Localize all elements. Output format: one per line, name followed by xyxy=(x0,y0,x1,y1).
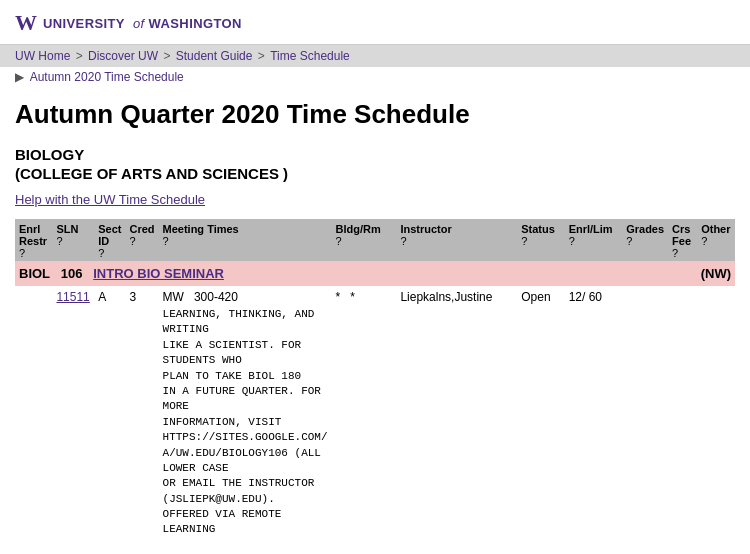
university-label: UNIVERSITY xyxy=(43,16,125,31)
bldg1: * xyxy=(336,290,341,304)
cell-sect: A xyxy=(94,286,125,542)
of-label: of xyxy=(133,16,145,31)
course-description: LEARNING, THINKING, AND WRITING LIKE A S… xyxy=(163,307,328,538)
cell-enrllim: 12/ 60 xyxy=(565,286,623,542)
course-title-link[interactable]: INTRO BIO SEMINAR xyxy=(93,266,224,281)
meeting-days: MW xyxy=(163,290,184,304)
schedule-table: EnrlRestr ? SLN ? SectID ? Cred ? Meetin… xyxy=(15,219,735,542)
th-sect-id: SectID ? xyxy=(94,219,125,261)
nav-discover-uw[interactable]: Discover UW xyxy=(88,49,158,63)
nav-bar: UW Home > Discover UW > Student Guide > … xyxy=(0,45,750,67)
th-crsfee-q[interactable]: ? xyxy=(672,247,693,259)
cell-instructor: Liepkalns,Justine xyxy=(396,286,517,542)
th-crsfee-link[interactable]: CrsFee xyxy=(672,223,693,247)
th-sln-link[interactable]: SLN xyxy=(56,223,90,235)
sln-link[interactable]: 11511 xyxy=(56,290,89,304)
course-dept: BIOL xyxy=(19,266,50,281)
cell-sln: 11511 xyxy=(52,286,94,542)
cell-meeting: MW 300-420 LEARNING, THINKING, AND WRITI… xyxy=(159,286,332,542)
page-title: Autumn Quarter 2020 Time Schedule xyxy=(15,99,735,130)
nav-sep-1: > xyxy=(76,49,86,63)
th-enrl-q[interactable]: ? xyxy=(19,247,48,259)
th-enrllim-link[interactable]: Enrl/Lim xyxy=(569,223,619,235)
th-enrllim-q[interactable]: ? xyxy=(569,235,619,247)
th-other-link[interactable]: Other xyxy=(701,223,731,235)
dept-college: (COLLEGE OF ARTS AND SCIENCES ) xyxy=(15,165,735,182)
nav-time-schedule[interactable]: Time Schedule xyxy=(270,49,350,63)
cell-crsfee xyxy=(668,286,697,542)
th-cred: Cred ? xyxy=(125,219,158,261)
course-header-cell: BIOL 106 INTRO BIO SEMINAR (NW) xyxy=(15,261,735,286)
th-other-q[interactable]: ? xyxy=(701,235,731,247)
course-designation: (NW) xyxy=(701,266,731,281)
th-other: Other ? xyxy=(697,219,735,261)
enrl-count: 12/ xyxy=(569,290,586,304)
cell-bldgrm: * * xyxy=(332,286,397,542)
th-meeting-q[interactable]: ? xyxy=(163,235,328,247)
th-sln: SLN ? xyxy=(52,219,94,261)
th-grades-q[interactable]: ? xyxy=(626,235,664,247)
main-content: Autumn Quarter 2020 Time Schedule BIOLOG… xyxy=(0,89,750,554)
th-crsfee: CrsFee ? xyxy=(668,219,697,261)
nav-sep-2: > xyxy=(163,49,173,63)
dept-name: BIOLOGY xyxy=(15,146,735,163)
th-cred-link[interactable]: Cred xyxy=(129,223,154,235)
breadcrumb-sub: ▶ Autumn 2020 Time Schedule xyxy=(0,67,750,89)
th-enrllim: Enrl/Lim ? xyxy=(565,219,623,261)
th-meeting: Meeting Times ? xyxy=(159,219,332,261)
breadcrumb-arrow: ▶ xyxy=(15,70,24,84)
enrl-lim: 60 xyxy=(589,290,602,304)
meeting-times: 300-420 xyxy=(194,290,238,304)
th-bldgrm: Bldg/Rm ? xyxy=(332,219,397,261)
th-sln-q[interactable]: ? xyxy=(56,235,90,247)
th-enrl: EnrlRestr ? xyxy=(15,219,52,261)
th-grades-link[interactable]: Grades xyxy=(626,223,664,235)
cell-cred: 3 xyxy=(125,286,158,542)
nav-sep-3: > xyxy=(258,49,268,63)
th-cred-q[interactable]: ? xyxy=(129,235,154,247)
breadcrumb-link[interactable]: Autumn 2020 Time Schedule xyxy=(30,70,184,84)
cell-status: Open xyxy=(517,286,564,542)
th-instructor-link[interactable]: Instructor xyxy=(400,223,513,235)
washington-label: WASHINGTON xyxy=(149,16,242,31)
bldg2: * xyxy=(350,290,355,304)
th-instructor-q[interactable]: ? xyxy=(400,235,513,247)
th-status-q[interactable]: ? xyxy=(521,235,560,247)
course-header-row: BIOL 106 INTRO BIO SEMINAR (NW) xyxy=(15,261,735,286)
nav-student-guide[interactable]: Student Guide xyxy=(176,49,253,63)
course-number: 106 xyxy=(61,266,83,281)
uw-logo-w: W xyxy=(15,10,37,36)
cell-enrl xyxy=(15,286,52,542)
th-sectid-link[interactable]: SectID xyxy=(98,223,121,247)
th-instructor: Instructor ? xyxy=(396,219,517,261)
th-bldgrm-q[interactable]: ? xyxy=(336,235,393,247)
nav-uw-home[interactable]: UW Home xyxy=(15,49,70,63)
th-bldgrm-link[interactable]: Bldg/Rm xyxy=(336,223,393,235)
uw-header: W UNIVERSITY of WASHINGTON xyxy=(0,0,750,45)
uw-header-text: UNIVERSITY of WASHINGTON xyxy=(43,16,242,31)
cell-grades xyxy=(622,286,668,542)
th-status-link[interactable]: Status xyxy=(521,223,560,235)
cell-other xyxy=(697,286,735,542)
table-header-row: EnrlRestr ? SLN ? SectID ? Cred ? Meetin… xyxy=(15,219,735,261)
th-sectid-q[interactable]: ? xyxy=(98,247,121,259)
th-grades: Grades ? xyxy=(622,219,668,261)
th-status: Status ? xyxy=(517,219,564,261)
th-meeting-link[interactable]: Meeting Times xyxy=(163,223,328,235)
help-link[interactable]: Help with the UW Time Schedule xyxy=(15,192,735,207)
th-enrl-link[interactable]: EnrlRestr xyxy=(19,223,48,247)
table-row: 11511 A 3 MW 300-420 LEARNING, THINKING,… xyxy=(15,286,735,542)
